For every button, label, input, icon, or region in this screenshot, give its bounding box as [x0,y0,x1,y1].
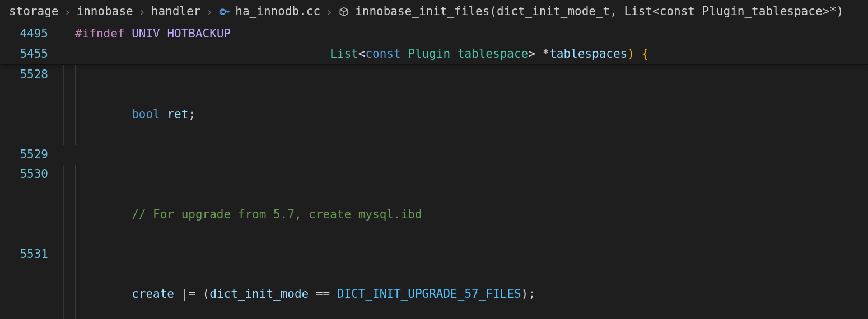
code-text: create |= (dict_init_mode == DICT_INIT_U… [118,287,535,301]
chevron-right-icon: › [64,4,71,20]
breadcrumb-item[interactable]: innobase [77,3,133,20]
breadcrumb-item[interactable]: handler [151,3,201,20]
sticky-line[interactable]: 5455 List<const Plugin_tablespace> *tabl… [0,44,868,64]
cpp-file-icon [218,6,230,17]
code-text: List<const Plugin_tablespace> *tablespac… [75,47,648,60]
breadcrumb: storage › innobase › handler › ha_innodb… [0,0,868,24]
sticky-line[interactable]: 4495 #ifndef UNIV_HOTBACKUP [0,24,868,44]
code-line: 5529 [0,145,868,165]
breadcrumb-symbol[interactable]: innobase_init_files(dict_init_mode_t, Li… [355,3,843,20]
line-number: 5455 [0,44,63,64]
line-number: 5530 [0,165,63,185]
breadcrumb-item[interactable]: storage [9,3,59,20]
code-text: #ifndef UNIV_HOTBACKUP [75,27,231,40]
line-number: 5529 [0,145,63,165]
code-text: // For upgrade from 5.7, create mysql.ib… [118,208,422,221]
chevron-right-icon: › [326,4,333,20]
code-line: 5530 // For upgrade from 5.7, create mys… [0,165,868,245]
chevron-right-icon: › [206,4,213,20]
code-text: bool ret; [118,107,195,121]
line-number: 5528 [0,65,63,85]
code-line: 5528 bool ret; [0,65,868,145]
breadcrumb-file[interactable]: ha_innodb.cc [235,3,320,20]
line-number: 4495 [0,24,63,44]
symbol-method-icon [338,6,349,17]
sticky-scroll: 4495 #ifndef UNIV_HOTBACKUP 5455 List<co… [0,24,868,64]
chevron-right-icon: › [139,4,146,20]
code-line: 5531 create |= (dict_init_mode == DICT_I… [0,245,868,319]
line-number: 5531 [0,245,63,265]
editor-area[interactable]: 5528 bool ret; 5529 5530 // For upgrade … [0,65,868,319]
